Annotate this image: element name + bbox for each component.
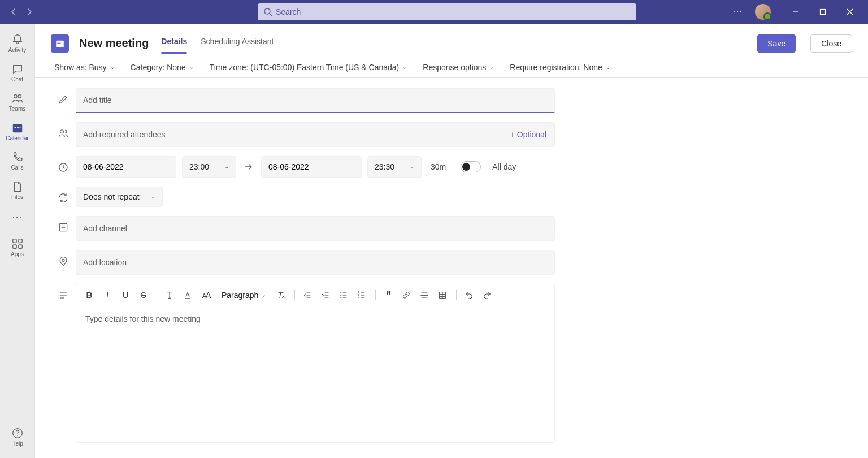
- bullet-list-button[interactable]: [339, 291, 349, 300]
- search-box[interactable]: [258, 3, 636, 20]
- end-date-value[interactable]: [268, 162, 354, 171]
- quote-button[interactable]: ❞: [384, 289, 394, 301]
- bold-button[interactable]: B: [84, 290, 94, 300]
- underline-button[interactable]: U: [120, 290, 131, 300]
- increase-indent-button[interactable]: [321, 291, 331, 300]
- rail-item-calendar[interactable]: Calendar: [0, 116, 35, 146]
- arrow-right-icon: [242, 162, 255, 171]
- table-button[interactable]: [438, 291, 448, 300]
- chevron-down-icon: ⌄: [262, 292, 266, 298]
- rail-label: Chat: [11, 76, 23, 83]
- channel-input[interactable]: [83, 224, 548, 233]
- search-input[interactable]: [276, 7, 631, 16]
- description-textarea[interactable]: [76, 306, 554, 442]
- tab-scheduling-assistant[interactable]: Scheduling Assistant: [201, 33, 274, 54]
- svg-point-29: [59, 292, 60, 293]
- rail-item-chat[interactable]: Chat: [0, 58, 35, 87]
- chevron-down-icon: ⌄: [410, 163, 414, 170]
- chevron-down-icon: ⌄: [224, 163, 229, 170]
- save-button[interactable]: Save: [757, 34, 796, 53]
- forward-button[interactable]: [23, 5, 36, 19]
- teams-icon: [11, 92, 24, 105]
- duration-label: 30m: [431, 162, 446, 171]
- registration-dropdown[interactable]: Require registration: None ⌄: [510, 63, 610, 72]
- location-input[interactable]: [83, 258, 548, 267]
- start-time-select[interactable]: 23:00 ⌄: [182, 156, 236, 178]
- meeting-options-bar: Show as: Busy ⌄ Category: None ⌄ Time zo…: [35, 57, 868, 78]
- chevron-down-icon: ⌄: [189, 64, 194, 70]
- svg-point-25: [62, 259, 64, 261]
- add-optional-link[interactable]: + Optional: [510, 130, 546, 139]
- text-highlight-button[interactable]: [165, 291, 175, 300]
- svg-point-41: [341, 297, 342, 298]
- start-date-input[interactable]: [76, 156, 176, 178]
- rail-more-button[interactable]: ···: [7, 207, 27, 228]
- maximize-button[interactable]: [811, 3, 834, 20]
- rail-item-apps[interactable]: Apps: [0, 232, 35, 262]
- svg-rect-13: [18, 239, 21, 242]
- redo-button[interactable]: [483, 291, 493, 300]
- numbered-list-button[interactable]: 123: [357, 291, 367, 300]
- page-header: New meeting Details Scheduling Assistant…: [35, 24, 868, 57]
- hr-button[interactable]: [420, 291, 430, 300]
- chevron-down-icon: ⌄: [151, 193, 155, 200]
- svg-text:3: 3: [358, 296, 360, 299]
- undo-button[interactable]: [465, 291, 475, 300]
- category-dropdown[interactable]: Category: None ⌄: [131, 63, 194, 72]
- show-as-dropdown[interactable]: Show as: Busy ⌄: [54, 63, 115, 72]
- link-button[interactable]: [402, 291, 412, 300]
- rte-toolbar: B I U S AA: [76, 284, 554, 306]
- clock-icon: [51, 156, 76, 173]
- repeat-select[interactable]: Does not repeat ⌄: [76, 187, 163, 207]
- paragraph-label: Paragraph: [222, 291, 258, 300]
- people-icon: [51, 122, 76, 139]
- close-window-button[interactable]: [839, 3, 861, 20]
- paragraph-select[interactable]: Paragraph ⌄: [219, 291, 268, 300]
- font-size-button[interactable]: AA: [201, 291, 211, 300]
- rail-label: Calendar: [6, 135, 29, 141]
- start-date-value[interactable]: [83, 162, 169, 171]
- back-button[interactable]: [7, 5, 20, 19]
- svg-point-20: [60, 129, 64, 133]
- more-options-button[interactable]: ···: [731, 5, 745, 19]
- rail-item-teams[interactable]: Teams: [0, 87, 35, 116]
- channel-field[interactable]: [76, 216, 555, 241]
- svg-rect-3: [821, 10, 826, 15]
- attendees-input[interactable]: [83, 130, 510, 139]
- svg-rect-32: [185, 298, 190, 299]
- rail-label: Files: [11, 194, 23, 200]
- font-color-button[interactable]: [183, 291, 193, 300]
- italic-button[interactable]: I: [102, 290, 112, 300]
- rail-item-help[interactable]: Help: [0, 422, 35, 451]
- title-field[interactable]: [76, 88, 555, 113]
- tab-details[interactable]: Details: [161, 33, 187, 54]
- response-options-dropdown[interactable]: Response options ⌄: [423, 63, 494, 72]
- start-time-value: 23:00: [189, 162, 209, 171]
- separator: [157, 290, 157, 300]
- svg-rect-22: [59, 223, 67, 231]
- end-time-select[interactable]: 23:30 ⌄: [367, 156, 422, 178]
- title-input[interactable]: [83, 96, 548, 105]
- clear-formatting-button[interactable]: [276, 291, 287, 300]
- rail-item-activity[interactable]: Activity: [0, 28, 35, 58]
- svg-rect-15: [18, 244, 21, 248]
- timezone-dropdown[interactable]: Time zone: (UTC-05:00) Eastern Time (US …: [210, 63, 407, 72]
- strikethrough-button[interactable]: S: [138, 290, 149, 300]
- end-date-input[interactable]: [261, 156, 362, 178]
- category-label: Category: None: [131, 63, 186, 72]
- location-field[interactable]: [76, 250, 555, 275]
- titlebar: ···: [0, 0, 868, 24]
- attendees-field[interactable]: + Optional: [76, 122, 555, 147]
- minimize-button[interactable]: [784, 3, 807, 20]
- decrease-indent-button[interactable]: [303, 291, 313, 300]
- rail-item-files[interactable]: Files: [0, 175, 35, 205]
- registration-label: Require registration: None: [510, 63, 602, 72]
- rail-item-calls[interactable]: Calls: [0, 146, 35, 175]
- all-day-toggle[interactable]: [461, 161, 481, 172]
- close-button[interactable]: Close: [810, 34, 852, 53]
- separator: [456, 290, 457, 300]
- rail-label: Apps: [11, 251, 24, 257]
- svg-point-7: [18, 94, 20, 98]
- profile-avatar[interactable]: [755, 4, 771, 20]
- svg-rect-14: [12, 244, 16, 248]
